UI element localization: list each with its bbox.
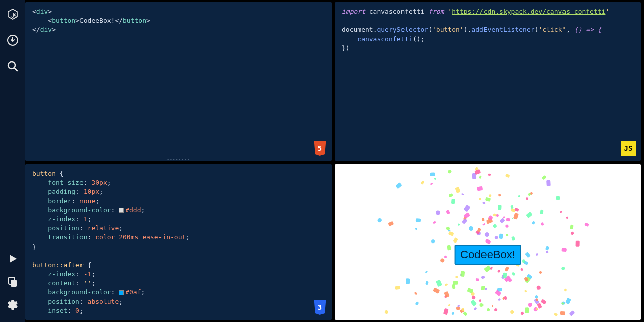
html5-icon: 5 xyxy=(313,141,327,156)
preview-demo-button[interactable]: CodeeBox! xyxy=(454,245,521,265)
play-icon[interactable] xyxy=(5,251,21,267)
color-swatch-ddd xyxy=(119,208,124,213)
settings-icon[interactable] xyxy=(5,297,21,313)
copy-icon[interactable] xyxy=(5,274,21,290)
html-code[interactable]: <div> <button>CodeeBox!</button> </div> xyxy=(25,2,332,40)
js-code[interactable]: import canvasconfetti from 'https://cdn.… xyxy=(335,2,641,58)
resize-handle-horizontal[interactable]: •••••••• xyxy=(167,158,190,161)
js-logo-icon[interactable] xyxy=(5,6,21,22)
css3-icon: 3 xyxy=(313,300,327,315)
js-editor-pane[interactable]: import canvasconfetti from 'https://cdn.… xyxy=(335,2,641,161)
sidebar xyxy=(0,0,25,322)
color-swatch-0af xyxy=(119,290,124,295)
preview-pane: CodeeBox! xyxy=(335,164,641,320)
html-editor-pane[interactable]: <div> <button>CodeeBox!</button> </div> … xyxy=(25,2,332,161)
svg-rect-2 xyxy=(11,280,17,287)
confetti-canvas xyxy=(335,164,641,320)
js-icon: JS xyxy=(621,141,636,156)
svg-point-1 xyxy=(8,62,15,69)
search-icon[interactable] xyxy=(5,58,21,74)
editor-grid: <div> <button>CodeeBox!</button> </div> … xyxy=(25,0,644,322)
download-icon[interactable] xyxy=(5,32,21,48)
css-code[interactable]: button { font-size: 30px; padding: 10px;… xyxy=(25,164,332,320)
css-editor-pane[interactable]: button { font-size: 30px; padding: 10px;… xyxy=(25,164,332,320)
